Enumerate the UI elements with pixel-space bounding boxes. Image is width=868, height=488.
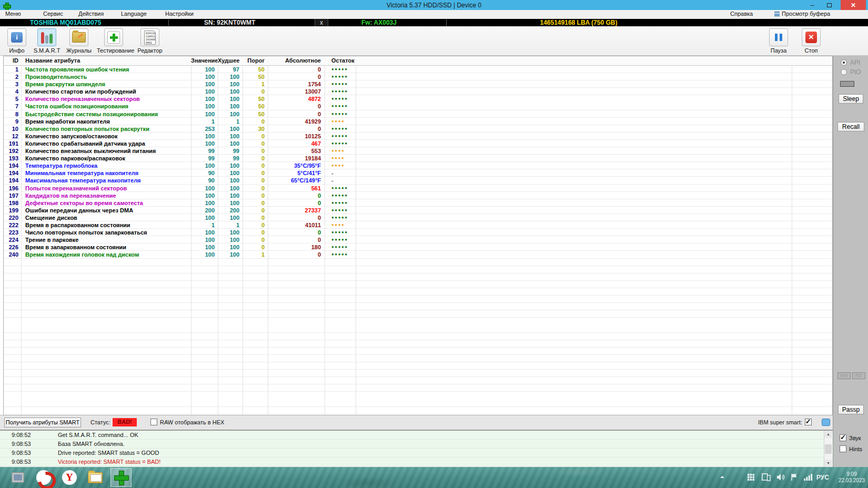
minimize-button[interactable]: – <box>804 0 821 10</box>
checkbox-checked-icon <box>840 434 846 441</box>
menu-item-language[interactable]: Language <box>121 11 147 17</box>
tray-grid-icon[interactable] <box>747 473 755 483</box>
taskbar-yandex-icon[interactable]: Y <box>59 468 80 487</box>
log-scrollbar[interactable]: ▲ ▼ <box>824 431 832 467</box>
table-row[interactable]: 222Время в распаркованном состоянии11041… <box>4 221 832 229</box>
pause-button[interactable]: Пауза <box>762 28 795 54</box>
table-row[interactable]: 196Попыток переназначений секторов100100… <box>4 185 832 192</box>
editor-button[interactable]: 010110 110011 101000 0001 Редактор <box>133 28 167 54</box>
header-threshold: Порог <box>243 56 268 65</box>
hints-label: Hints <box>849 446 862 452</box>
table-row[interactable]: 197Кандидатов на переназначение10010000●… <box>4 192 832 199</box>
menu-item-menu[interactable]: Меню <box>5 11 21 17</box>
taskbar: Y РУС 9:09 22.03.2023 <box>0 467 868 488</box>
taskbar-file-manager-icon[interactable] <box>85 468 106 487</box>
drive-model[interactable]: TOSHIBA MQ01ABD075 <box>30 19 101 26</box>
smart-button[interactable]: S.M.A.R.T <box>30 28 64 54</box>
attr-id: 222 <box>4 221 21 229</box>
tray-language[interactable]: РУС <box>816 467 829 488</box>
buffer-view-button[interactable]: Просмотр буфера <box>774 11 830 17</box>
attr-threshold: 0 <box>243 214 268 221</box>
tray-flag-icon[interactable] <box>791 473 799 483</box>
table-row[interactable]: 199Ошибки передачи данных через DMA20020… <box>4 207 832 214</box>
scroll-down-icon[interactable]: ▼ <box>824 460 832 467</box>
attr-worst: 100 <box>218 236 243 243</box>
ibm-smart-checkbox[interactable]: IBM super smart: <box>758 419 812 425</box>
table-row[interactable]: 2Производительность100100500●●●●● <box>4 73 832 80</box>
testing-button[interactable]: Тестирование <box>97 28 130 54</box>
hints-checkbox[interactable]: Hints <box>840 445 862 452</box>
tray-network-icon[interactable] <box>803 473 813 483</box>
get-smart-button[interactable]: Получить атрибуты SMART <box>4 418 81 428</box>
attr-threshold: 0 <box>243 169 268 177</box>
sleep-button[interactable]: Sleep <box>839 94 863 104</box>
attr-threshold: 0 <box>243 133 268 140</box>
table-row[interactable]: 198Дефектные секторы во время самотеста1… <box>4 199 832 207</box>
table-row[interactable]: 5Количество переназначенных секторов1001… <box>4 95 832 103</box>
tray-clock[interactable]: 9:09 22.03.2023 <box>838 467 865 488</box>
table-row[interactable]: 194Максимальная температура накопителя90… <box>4 177 832 184</box>
attr-health: ●●●●● <box>325 95 356 103</box>
table-row[interactable]: 7Частота ошибок позиционирования10010050… <box>4 103 832 110</box>
taskbar-swirl-app-icon[interactable] <box>33 468 54 487</box>
table-row[interactable]: 194Температура гермоблока100100035°C/95°… <box>4 162 832 169</box>
table-row[interactable]: 194Минимальная температура накопителя901… <box>4 169 832 177</box>
rd-button[interactable]: RD <box>852 372 865 379</box>
stop-button[interactable]: ✕ Стоп <box>794 28 828 54</box>
table-row[interactable]: 4Количество стартов или пробуждений10010… <box>4 88 832 95</box>
raw-hex-checkbox[interactable]: RAW отображать в HEX <box>150 419 224 425</box>
table-row[interactable]: 8Быстродействие системы позиционирования… <box>4 110 832 118</box>
smart-status-indicator[interactable] <box>822 419 830 426</box>
attr-value: 100 <box>191 110 218 118</box>
attr-health: ●●●●● <box>325 192 356 199</box>
table-row[interactable]: 12Количество запусков/остановок100100010… <box>4 133 832 140</box>
drive-close-button[interactable]: x <box>315 19 328 26</box>
menu-item-help[interactable]: Справка <box>730 11 753 17</box>
menu-item-service[interactable]: Сервис <box>43 11 63 17</box>
yandex-icon: Y <box>62 470 77 485</box>
table-row[interactable]: 220Смещение дисков10010000●●●●● <box>4 214 832 221</box>
tray-volume-icon[interactable] <box>776 473 785 483</box>
sound-checkbox[interactable]: Звук <box>840 434 861 441</box>
close-button[interactable]: ✕ <box>841 0 866 10</box>
attr-id: 193 <box>4 155 21 162</box>
attr-id: 198 <box>4 199 21 207</box>
scroll-up-icon[interactable]: ▲ <box>824 431 832 438</box>
menu-item-actions[interactable]: Действия <box>78 11 104 17</box>
table-row[interactable]: 192Количество внезапных выключений питан… <box>4 147 832 155</box>
attr-value: 100 <box>191 73 218 80</box>
menu-item-settings[interactable]: Настройки <box>165 11 194 17</box>
api-radio[interactable]: API <box>841 59 860 66</box>
table-row[interactable]: 191Количество срабатываний датчика удара… <box>4 140 832 147</box>
attr-id: 194 <box>4 169 21 177</box>
attr-worst: 1 <box>218 221 243 229</box>
taskbar-victoria-icon[interactable] <box>110 468 132 487</box>
table-row[interactable]: 3Время раскрутки шпинделя10010011754●●●●… <box>4 80 832 88</box>
recall-button[interactable]: Recall <box>837 122 864 131</box>
passport-button[interactable]: Passp <box>838 405 864 414</box>
journals-button[interactable]: Журналы <box>62 28 96 54</box>
table-row[interactable]: 224Трение в парковке10010000●●●●● <box>4 236 832 243</box>
tray-expand-icon[interactable] <box>719 473 726 483</box>
log-entries: 9:08:52Get S.M.A.R.T. command... OK9:08:… <box>0 431 833 466</box>
table-row[interactable]: 10Количество повторных попыток раскрутки… <box>4 125 832 133</box>
checkbox-icon <box>840 445 846 452</box>
checkbox-checked-icon <box>805 419 812 425</box>
table-row[interactable]: 193Количество парковок/распарковок999901… <box>4 155 832 162</box>
tray-devices-icon[interactable] <box>762 473 771 483</box>
attr-raw: 0 <box>268 214 325 221</box>
taskbar-system-monitor-icon[interactable] <box>7 468 28 487</box>
table-row[interactable]: 223Число повторных попыток запарковаться… <box>4 229 832 236</box>
maximize-button[interactable] <box>821 0 837 10</box>
attr-threshold: 50 <box>243 110 268 118</box>
scroll-thumb[interactable] <box>825 444 832 454</box>
tray-date: 22.03.2023 <box>839 477 865 484</box>
pio-radio[interactable]: PIO <box>841 68 861 76</box>
table-row[interactable]: 9Время наработки накопителя11041929●●●● <box>4 118 832 125</box>
info-button[interactable]: i Инфо <box>0 28 34 54</box>
wr-button[interactable]: WR <box>837 372 851 379</box>
attr-id: 9 <box>4 118 21 125</box>
table-row[interactable]: 240Время нахождения головок над диском10… <box>4 251 832 258</box>
table-row[interactable]: 226Время в запаркованном состоянии100100… <box>4 243 832 251</box>
table-row[interactable]: 1Частота проявления ошибок чтения1009750… <box>4 66 832 73</box>
